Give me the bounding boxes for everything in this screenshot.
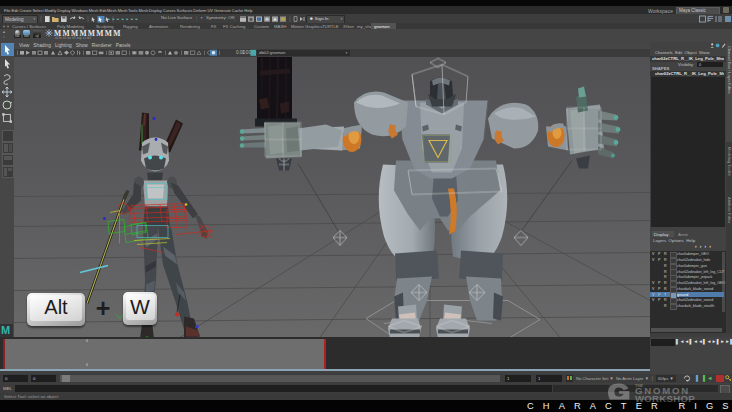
svg-text:1.00: 1.00 — [242, 50, 251, 55]
